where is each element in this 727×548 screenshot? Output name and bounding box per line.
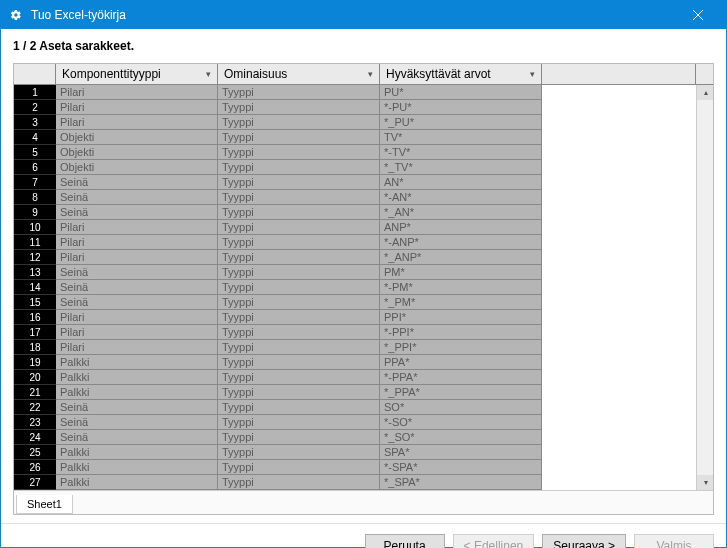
table-row[interactable]: 1PilariTyyppiPU* bbox=[14, 85, 696, 100]
cell-komponenttityyppi[interactable]: Palkki bbox=[56, 475, 218, 490]
cell-ominaisuus[interactable]: Tyyppi bbox=[218, 115, 380, 130]
cell-komponenttityyppi[interactable]: Pilari bbox=[56, 250, 218, 265]
cell-hyvaksyttavat-arvot[interactable]: *_PPI* bbox=[380, 340, 542, 355]
table-row[interactable]: 9SeinäTyyppi*_AN* bbox=[14, 205, 696, 220]
table-row[interactable]: 25PalkkiTyyppiSPA* bbox=[14, 445, 696, 460]
scroll-up-arrow-icon[interactable]: ▴ bbox=[697, 85, 713, 100]
table-row[interactable]: 11PilariTyyppi*-ANP* bbox=[14, 235, 696, 250]
table-row[interactable]: 22SeinäTyyppiSO* bbox=[14, 400, 696, 415]
cell-hyvaksyttavat-arvot[interactable]: *_PM* bbox=[380, 295, 542, 310]
cell-komponenttityyppi[interactable]: Pilari bbox=[56, 235, 218, 250]
table-row[interactable]: 4ObjektiTyyppiTV* bbox=[14, 130, 696, 145]
cell-komponenttityyppi[interactable]: Seinä bbox=[56, 415, 218, 430]
cell-ominaisuus[interactable]: Tyyppi bbox=[218, 250, 380, 265]
cell-hyvaksyttavat-arvot[interactable]: AN* bbox=[380, 175, 542, 190]
table-row[interactable]: 5ObjektiTyyppi*-TV* bbox=[14, 145, 696, 160]
scroll-down-arrow-icon[interactable]: ▾ bbox=[697, 475, 713, 490]
cell-ominaisuus[interactable]: Tyyppi bbox=[218, 235, 380, 250]
cell-ominaisuus[interactable]: Tyyppi bbox=[218, 370, 380, 385]
cell-ominaisuus[interactable]: Tyyppi bbox=[218, 295, 380, 310]
cell-komponenttityyppi[interactable]: Pilari bbox=[56, 310, 218, 325]
cell-hyvaksyttavat-arvot[interactable]: *-PU* bbox=[380, 100, 542, 115]
cell-ominaisuus[interactable]: Tyyppi bbox=[218, 355, 380, 370]
cell-komponenttityyppi[interactable]: Seinä bbox=[56, 430, 218, 445]
cell-komponenttityyppi[interactable]: Palkki bbox=[56, 445, 218, 460]
cell-hyvaksyttavat-arvot[interactable]: *-PPA* bbox=[380, 370, 542, 385]
cell-ominaisuus[interactable]: Tyyppi bbox=[218, 415, 380, 430]
cell-ominaisuus[interactable]: Tyyppi bbox=[218, 145, 380, 160]
cell-hyvaksyttavat-arvot[interactable]: SO* bbox=[380, 400, 542, 415]
cell-komponenttityyppi[interactable]: Palkki bbox=[56, 370, 218, 385]
cell-komponenttityyppi[interactable]: Seinä bbox=[56, 265, 218, 280]
column-header-hyvaksyttavat-arvot[interactable]: Hyväksyttävät arvot ▾ bbox=[380, 64, 542, 84]
cell-ominaisuus[interactable]: Tyyppi bbox=[218, 100, 380, 115]
cancel-button[interactable]: Peruuta bbox=[365, 534, 445, 548]
cell-komponenttityyppi[interactable]: Palkki bbox=[56, 385, 218, 400]
cell-komponenttityyppi[interactable]: Pilari bbox=[56, 115, 218, 130]
table-row[interactable]: 17PilariTyyppi*-PPI* bbox=[14, 325, 696, 340]
cell-ominaisuus[interactable]: Tyyppi bbox=[218, 400, 380, 415]
cell-komponenttityyppi[interactable]: Pilari bbox=[56, 325, 218, 340]
cell-komponenttityyppi[interactable]: Seinä bbox=[56, 295, 218, 310]
table-row[interactable]: 24SeinäTyyppi*_SO* bbox=[14, 430, 696, 445]
cell-hyvaksyttavat-arvot[interactable]: *-SPA* bbox=[380, 460, 542, 475]
cell-hyvaksyttavat-arvot[interactable]: ANP* bbox=[380, 220, 542, 235]
cell-ominaisuus[interactable]: Tyyppi bbox=[218, 175, 380, 190]
cell-ominaisuus[interactable]: Tyyppi bbox=[218, 265, 380, 280]
cell-ominaisuus[interactable]: Tyyppi bbox=[218, 280, 380, 295]
previous-button[interactable]: < Edellinen bbox=[453, 534, 535, 548]
table-row[interactable]: 19PalkkiTyyppiPPA* bbox=[14, 355, 696, 370]
cell-hyvaksyttavat-arvot[interactable]: *-ANP* bbox=[380, 235, 542, 250]
cell-komponenttityyppi[interactable]: Pilari bbox=[56, 100, 218, 115]
cell-ominaisuus[interactable]: Tyyppi bbox=[218, 340, 380, 355]
table-row[interactable]: 12PilariTyyppi*_ANP* bbox=[14, 250, 696, 265]
cell-komponenttityyppi[interactable]: Objekti bbox=[56, 160, 218, 175]
table-row[interactable]: 7SeinäTyyppiAN* bbox=[14, 175, 696, 190]
cell-hyvaksyttavat-arvot[interactable]: PU* bbox=[380, 85, 542, 100]
cell-hyvaksyttavat-arvot[interactable]: *_ANP* bbox=[380, 250, 542, 265]
cell-ominaisuus[interactable]: Tyyppi bbox=[218, 430, 380, 445]
cell-komponenttityyppi[interactable]: Palkki bbox=[56, 355, 218, 370]
cell-ominaisuus[interactable]: Tyyppi bbox=[218, 445, 380, 460]
cell-komponenttityyppi[interactable]: Palkki bbox=[56, 460, 218, 475]
table-row[interactable]: 2PilariTyyppi*-PU* bbox=[14, 100, 696, 115]
cell-komponenttityyppi[interactable]: Objekti bbox=[56, 145, 218, 160]
column-header-ominaisuus[interactable]: Ominaisuus ▾ bbox=[218, 64, 380, 84]
cell-komponenttityyppi[interactable]: Pilari bbox=[56, 340, 218, 355]
table-row[interactable]: 3PilariTyyppi*_PU* bbox=[14, 115, 696, 130]
sheet-tab-sheet1[interactable]: Sheet1 bbox=[16, 495, 73, 514]
cell-hyvaksyttavat-arvot[interactable]: *_AN* bbox=[380, 205, 542, 220]
next-button[interactable]: Seuraava > bbox=[542, 534, 626, 548]
cell-komponenttityyppi[interactable]: Pilari bbox=[56, 220, 218, 235]
cell-ominaisuus[interactable]: Tyyppi bbox=[218, 160, 380, 175]
column-header-komponenttityyppi[interactable]: Komponenttityyppi ▾ bbox=[56, 64, 218, 84]
cell-hyvaksyttavat-arvot[interactable]: *_SPA* bbox=[380, 475, 542, 490]
table-row[interactable]: 15SeinäTyyppi*_PM* bbox=[14, 295, 696, 310]
cell-komponenttityyppi[interactable]: Objekti bbox=[56, 130, 218, 145]
cell-hyvaksyttavat-arvot[interactable]: *-AN* bbox=[380, 190, 542, 205]
table-row[interactable]: 27PalkkiTyyppi*_SPA* bbox=[14, 475, 696, 490]
cell-ominaisuus[interactable]: Tyyppi bbox=[218, 460, 380, 475]
cell-hyvaksyttavat-arvot[interactable]: *_PU* bbox=[380, 115, 542, 130]
cell-ominaisuus[interactable]: Tyyppi bbox=[218, 190, 380, 205]
cell-ominaisuus[interactable]: Tyyppi bbox=[218, 325, 380, 340]
cell-hyvaksyttavat-arvot[interactable]: *_PPA* bbox=[380, 385, 542, 400]
cell-hyvaksyttavat-arvot[interactable]: *-TV* bbox=[380, 145, 542, 160]
cell-ominaisuus[interactable]: Tyyppi bbox=[218, 310, 380, 325]
cell-hyvaksyttavat-arvot[interactable]: PPA* bbox=[380, 355, 542, 370]
table-row[interactable]: 26PalkkiTyyppi*-SPA* bbox=[14, 460, 696, 475]
cell-hyvaksyttavat-arvot[interactable]: *-PM* bbox=[380, 280, 542, 295]
cell-hyvaksyttavat-arvot[interactable]: *_TV* bbox=[380, 160, 542, 175]
close-button[interactable] bbox=[678, 1, 718, 29]
cell-ominaisuus[interactable]: Tyyppi bbox=[218, 385, 380, 400]
cell-hyvaksyttavat-arvot[interactable]: PPI* bbox=[380, 310, 542, 325]
table-row[interactable]: 13SeinäTyyppiPM* bbox=[14, 265, 696, 280]
table-row[interactable]: 23SeinäTyyppi*-SO* bbox=[14, 415, 696, 430]
cell-hyvaksyttavat-arvot[interactable]: *-PPI* bbox=[380, 325, 542, 340]
table-row[interactable]: 14SeinäTyyppi*-PM* bbox=[14, 280, 696, 295]
table-row[interactable]: 8SeinäTyyppi*-AN* bbox=[14, 190, 696, 205]
cell-hyvaksyttavat-arvot[interactable]: SPA* bbox=[380, 445, 542, 460]
vertical-scrollbar[interactable]: ▴ ▾ bbox=[696, 85, 713, 490]
cell-komponenttityyppi[interactable]: Seinä bbox=[56, 400, 218, 415]
table-row[interactable]: 16PilariTyyppiPPI* bbox=[14, 310, 696, 325]
